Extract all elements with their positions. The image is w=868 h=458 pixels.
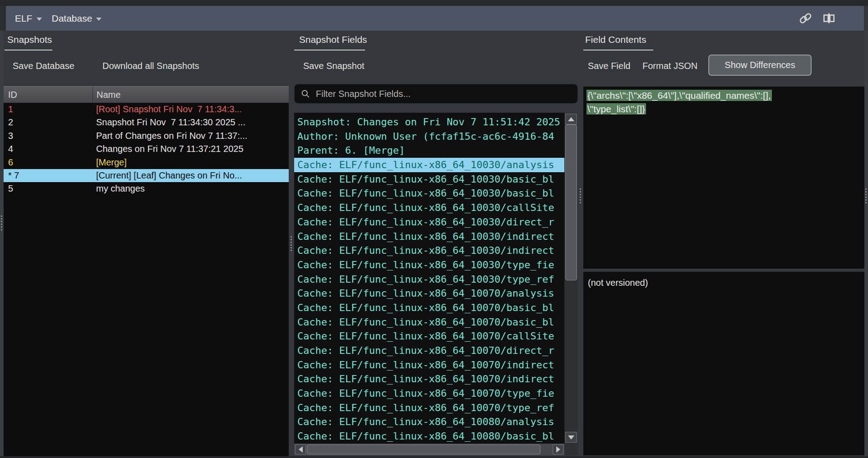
snapshot-row[interactable]: 6[Merge] xyxy=(4,156,289,169)
tab-field-contents-underline xyxy=(583,50,653,50)
tab-snapshots[interactable]: Snapshots xyxy=(7,34,52,45)
field-line[interactable]: Cache: ELF/func_linux-x86_64_10070/type_… xyxy=(294,401,564,415)
splitter-grip[interactable] xyxy=(291,236,292,251)
horizontal-scrollbar[interactable] xyxy=(294,444,564,455)
scroll-left-button[interactable] xyxy=(295,444,306,454)
scrollbar-corner xyxy=(564,444,578,455)
field-line[interactable]: Cache: ELF/func_linux-x86_64_10030/basic… xyxy=(294,172,564,187)
highlighted-json-text: {\"archs\":[\"x86_64\"],\"qualified_name… xyxy=(586,90,772,101)
field-line[interactable]: Cache: ELF/func_linux-x86_64_10070/indir… xyxy=(294,372,564,386)
menu-database[interactable]: Database xyxy=(52,13,102,24)
snapshot-name-cell: [Current] [Leaf] Changes on Fri No... xyxy=(92,169,289,182)
snapshot-row[interactable]: 1[Root] Snapshot Fri Nov 7 11:34:3... xyxy=(4,103,289,116)
field-line[interactable]: Cache: ELF/func_linux-x86_64_10030/indir… xyxy=(294,243,564,258)
snapshot-row[interactable]: * 7[Current] [Leaf] Changes on Fri No... xyxy=(4,169,289,182)
field-line[interactable]: Cache: ELF/func_linux-x86_64_10030/type_… xyxy=(294,272,564,287)
field-line[interactable]: Cache: ELF/func_linux-x86_64_10030/callS… xyxy=(294,201,564,215)
column-header-id[interactable]: ID xyxy=(4,90,92,100)
vertical-scroll-thumb[interactable] xyxy=(565,124,577,280)
field-line[interactable]: Cache: ELF/func_linux-x86_64_10080/analy… xyxy=(294,415,564,429)
column-header-name[interactable]: Name xyxy=(92,87,289,103)
highlighted-json-text: \"type_list\":[]} xyxy=(586,103,646,114)
menubar-icon-group xyxy=(799,6,836,31)
snapshot-id-cell: 1 xyxy=(4,103,92,116)
scroll-down-button[interactable] xyxy=(565,432,577,443)
download-all-snapshots-button[interactable]: Download all Snapshots xyxy=(102,61,199,71)
menu-elf[interactable]: ELF xyxy=(15,13,42,24)
snapshot-name-cell: [Merge] xyxy=(92,156,289,169)
chevron-down-icon xyxy=(37,18,42,21)
filter-field xyxy=(294,84,578,104)
split-view-icon[interactable] xyxy=(822,11,836,25)
scroll-up-button[interactable] xyxy=(565,114,577,124)
not-versioned-text: (not versioned) xyxy=(583,272,864,294)
horizontal-scroll-thumb[interactable] xyxy=(307,444,540,454)
tab-snapshot-fields-underline xyxy=(294,50,365,50)
menubar-left-edge xyxy=(0,6,6,31)
snapshot-id-cell: 3 xyxy=(4,129,92,142)
right-splitter[interactable] xyxy=(864,31,868,456)
save-field-button[interactable]: Save Field xyxy=(588,61,631,71)
tab-snapshots-underline xyxy=(5,50,52,50)
field-line[interactable]: Cache: ELF/func_linux-x86_64_10070/callS… xyxy=(294,329,564,344)
field-value-line: \"type_list\":[]} xyxy=(586,102,861,116)
field-line[interactable]: Cache: ELF/func_linux-x86_64_10030/analy… xyxy=(294,158,564,172)
field-line[interactable]: Cache: ELF/func_linux-x86_64_10070/analy… xyxy=(294,286,564,301)
menu-elf-label: ELF xyxy=(15,13,32,24)
snapshot-id-cell: * 7 xyxy=(4,169,92,182)
snapshot-name-cell: Changes on Fri Nov 7 11:37:21 2025 xyxy=(92,142,289,156)
snapshot-name-cell: my changes xyxy=(92,182,289,195)
tab-field-contents[interactable]: Field Contents xyxy=(585,34,646,45)
format-json-button[interactable]: Format JSON xyxy=(642,61,697,71)
field-line[interactable]: Cache: ELF/func_linux-x86_64_10070/indir… xyxy=(294,358,564,372)
snapshot-id-cell: 6 xyxy=(4,156,92,169)
snapshot-row[interactable]: 3Part of Changes on Fri Nov 7 11:37:... xyxy=(4,129,289,142)
save-snapshot-button[interactable]: Save Snapshot xyxy=(303,61,365,71)
field-value-block: {\"archs\":[\"x86_64\"],\"qualified_name… xyxy=(583,87,864,118)
right-arrow-icon xyxy=(556,446,560,453)
snapshot-name-cell: Snapshot Fri Nov 7 11:34:30 2025 ... xyxy=(92,116,289,129)
scroll-right-button[interactable] xyxy=(553,444,563,454)
snapshot-row[interactable]: 2Snapshot Fri Nov 7 11:34:30 2025 ... xyxy=(4,116,289,129)
show-differences-button[interactable]: Show Differences xyxy=(708,55,812,76)
snapshot-id-cell: 2 xyxy=(4,116,92,129)
field-line[interactable]: Cache: ELF/func_linux-x86_64_10070/basic… xyxy=(294,301,564,315)
splitter-grip[interactable] xyxy=(1,215,2,230)
vertical-scrollbar[interactable] xyxy=(564,113,578,444)
field-line[interactable]: Cache: ELF/func_linux-x86_64_10030/type_… xyxy=(294,258,564,272)
field-line[interactable]: Cache: ELF/func_linux-x86_64_10080/basic… xyxy=(294,429,564,444)
up-arrow-icon xyxy=(568,117,574,121)
window-bottom-edge xyxy=(0,456,868,458)
field-line[interactable]: Snapshot: Changes on Fri Nov 7 11:51:42 … xyxy=(294,115,564,129)
snapshot-field-panel: Snapshot: Changes on Fri Nov 7 11:51:42 … xyxy=(294,113,578,455)
field-line[interactable]: Cache: ELF/func_linux-x86_64_10030/indir… xyxy=(294,229,564,244)
snapshot-row[interactable]: 5my changes xyxy=(4,182,289,195)
splitter-grip[interactable] xyxy=(865,188,867,203)
tab-snapshot-fields[interactable]: Snapshot Fields xyxy=(299,34,367,45)
field-line[interactable]: Cache: ELF/func_linux-x86_64_10070/direc… xyxy=(294,344,564,358)
field-line[interactable]: Author: Unknown User (fcfaf15c-ac6c-4916… xyxy=(294,129,564,144)
field-line[interactable]: Parent: 6. [Merge] xyxy=(294,143,564,158)
window-top-edge xyxy=(0,0,868,6)
save-database-button[interactable]: Save Database xyxy=(13,61,74,71)
snapshot-name-cell: Part of Changes on Fri Nov 7 11:37:... xyxy=(92,129,289,142)
snapshot-name-cell: [Root] Snapshot Fri Nov 7 11:34:3... xyxy=(92,103,289,116)
field-contents-panel[interactable]: {\"archs\":[\"x86_64\"],\"qualified_name… xyxy=(583,87,864,269)
field-value-line: {\"archs\":[\"x86_64\"],\"qualified_name… xyxy=(586,89,861,102)
search-icon xyxy=(301,89,310,99)
chevron-down-icon xyxy=(96,18,102,21)
splitter-grip[interactable] xyxy=(580,188,581,203)
app-window: ELF Database Snapshots xyxy=(0,0,868,458)
filter-input[interactable] xyxy=(315,88,573,100)
snapshot-row[interactable]: 4Changes on Fri Nov 7 11:37:21 2025 xyxy=(4,142,289,156)
field-line[interactable]: Cache: ELF/func_linux-x86_64_10030/direc… xyxy=(294,215,564,229)
field-line[interactable]: Cache: ELF/func_linux-x86_64_10070/type_… xyxy=(294,386,564,401)
snapshot-table-header: ID Name xyxy=(4,86,289,103)
field-line[interactable]: Cache: ELF/func_linux-x86_64_10030/basic… xyxy=(294,186,564,201)
snapshot-table-body: 1[Root] Snapshot Fri Nov 7 11:34:3...2Sn… xyxy=(4,103,289,456)
not-versioned-panel[interactable]: (not versioned) xyxy=(583,272,864,455)
link-icon[interactable] xyxy=(799,11,813,25)
left-splitter[interactable] xyxy=(0,31,4,456)
field-line[interactable]: Cache: ELF/func_linux-x86_64_10070/basic… xyxy=(294,315,564,330)
snapshot-field-list: Snapshot: Changes on Fri Nov 7 11:51:42 … xyxy=(294,113,564,444)
